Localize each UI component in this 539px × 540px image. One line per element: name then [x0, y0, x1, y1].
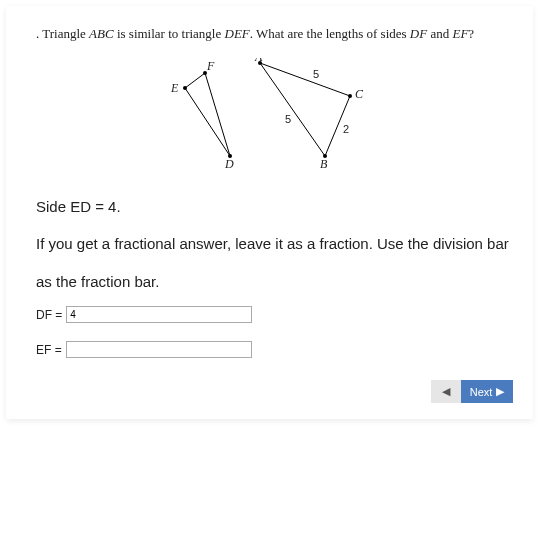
label-C: C [355, 87, 364, 101]
ef-label: EF = [36, 343, 62, 357]
prev-button[interactable]: ◀ [431, 380, 461, 403]
q-mid1: is similar to triangle [114, 26, 225, 41]
df-input[interactable] [66, 306, 252, 323]
svg-point-7 [348, 94, 352, 98]
df-label: DF = [36, 308, 62, 322]
q-mid3: and [427, 26, 452, 41]
diagram-container: E F D A B C 5 5 2 [36, 58, 513, 168]
question-text: . Triangle ABC is similar to triangle DE… [36, 24, 513, 44]
next-icon: ▶ [496, 385, 504, 398]
fraction-hint-text: If you get a fractional answer, leave it… [36, 225, 513, 300]
nav-bar: ◀ Next ▶ [36, 380, 513, 403]
q-side1: DF [410, 26, 427, 41]
label-AB-length: 5 [285, 113, 291, 125]
q-triangle2: DEF [225, 26, 250, 41]
next-button[interactable]: Next ▶ [461, 380, 513, 403]
label-AC-length: 5 [313, 68, 319, 80]
given-side-text: Side ED = 4. [36, 188, 513, 226]
q-side2: EF [452, 26, 468, 41]
q-triangle1: ABC [89, 26, 114, 41]
label-D: D [224, 157, 234, 168]
label-B: B [320, 157, 328, 168]
df-row: DF = [36, 306, 513, 323]
ef-input[interactable] [66, 341, 252, 358]
triangles-diagram: E F D A B C 5 5 2 [165, 58, 385, 168]
svg-marker-4 [260, 63, 350, 156]
label-F: F [206, 59, 215, 73]
q-suffix: ? [468, 26, 474, 41]
question-card: . Triangle ABC is similar to triangle DE… [6, 6, 533, 419]
prev-icon: ◀ [442, 385, 450, 398]
label-E: E [170, 81, 179, 95]
ef-row: EF = [36, 341, 513, 358]
label-BC-length: 2 [343, 123, 349, 135]
next-label: Next [470, 386, 493, 398]
q-mid2: . What are the lengths of sides [250, 26, 410, 41]
svg-point-1 [183, 86, 187, 90]
label-A: A [254, 58, 263, 64]
instructions: Side ED = 4. If you get a fractional ans… [36, 188, 513, 301]
q-prefix: . Triangle [36, 26, 89, 41]
answer-inputs: DF = EF = [36, 306, 513, 358]
svg-marker-0 [185, 73, 230, 156]
